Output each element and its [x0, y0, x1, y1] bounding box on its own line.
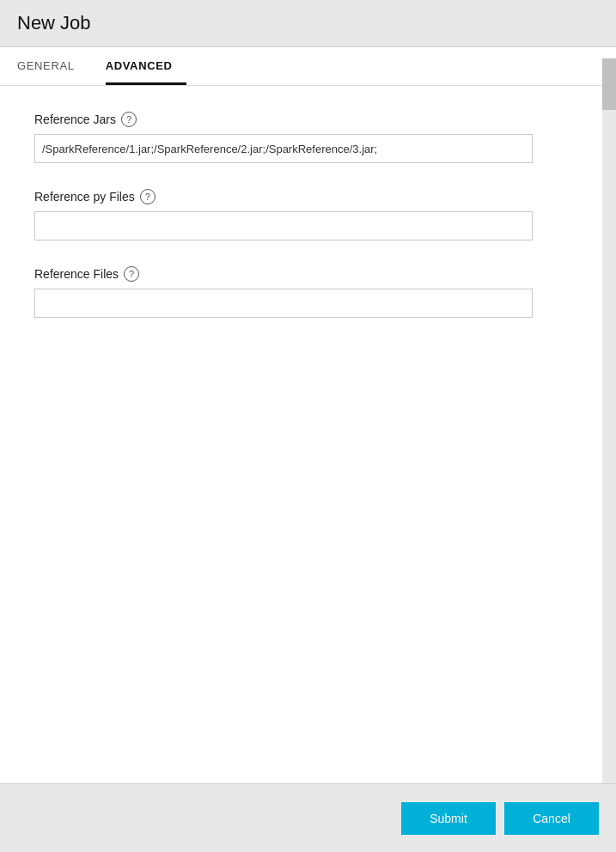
reference-files-help-icon[interactable]: ?	[124, 266, 139, 282]
reference-files-group: Reference Files ?	[34, 266, 582, 318]
title-bar: New Job	[0, 0, 616, 47]
scrollbar[interactable]	[602, 58, 616, 783]
dialog-title: New Job	[17, 12, 599, 34]
cancel-button[interactable]: Cancel	[504, 802, 599, 835]
scrollbar-thumb[interactable]	[602, 58, 616, 110]
reference-py-files-group: Reference py Files ?	[34, 189, 582, 240]
reference-py-files-input[interactable]	[34, 211, 533, 240]
tab-advanced[interactable]: ADVANCED	[106, 47, 186, 85]
reference-py-files-help-icon[interactable]: ?	[140, 189, 156, 204]
reference-jars-help-icon[interactable]: ?	[121, 112, 137, 127]
reference-jars-label: Reference Jars ?	[34, 112, 582, 127]
new-job-dialog: New Job GENERAL ADVANCED Reference Jars …	[0, 0, 616, 852]
reference-files-label: Reference Files ?	[34, 266, 582, 282]
tabs-bar: GENERAL ADVANCED	[0, 47, 616, 86]
reference-py-files-label: Reference py Files ?	[34, 189, 582, 204]
content-area: Reference Jars ? Reference py Files ? Re…	[0, 86, 616, 783]
submit-button[interactable]: Submit	[401, 802, 496, 835]
footer: Submit Cancel	[0, 783, 616, 852]
reference-files-input[interactable]	[34, 289, 533, 318]
reference-jars-group: Reference Jars ?	[34, 112, 582, 163]
reference-jars-input[interactable]	[34, 134, 533, 163]
tab-general[interactable]: GENERAL	[17, 47, 88, 85]
